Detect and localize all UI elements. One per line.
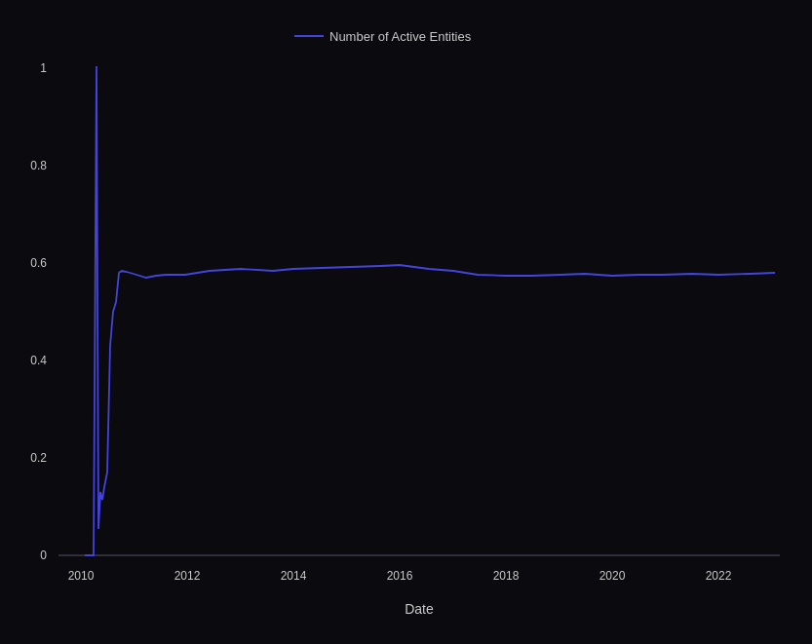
chart-container: Number of Active Entities 0 0.2 0.4 0.6 … bbox=[0, 0, 812, 644]
y-tick-06: 0.6 bbox=[30, 256, 47, 270]
chart-title: Number of Active Entities bbox=[329, 29, 472, 44]
x-tick-2010: 2010 bbox=[68, 569, 95, 583]
y-tick-1: 1 bbox=[40, 61, 47, 75]
chart-svg: Number of Active Entities 0 0.2 0.4 0.6 … bbox=[0, 0, 812, 644]
x-tick-2022: 2022 bbox=[706, 569, 732, 583]
x-tick-2012: 2012 bbox=[174, 569, 201, 583]
y-tick-08: 0.8 bbox=[30, 159, 47, 172]
y-tick-04: 0.4 bbox=[30, 354, 47, 367]
y-tick-02: 0.2 bbox=[30, 451, 47, 465]
x-tick-2016: 2016 bbox=[387, 569, 413, 583]
x-tick-2018: 2018 bbox=[493, 569, 520, 583]
y-tick-0: 0 bbox=[40, 549, 47, 562]
x-axis-label: Date bbox=[405, 601, 434, 617]
svg-rect-0 bbox=[0, 0, 812, 644]
x-tick-2014: 2014 bbox=[281, 569, 307, 583]
x-tick-2020: 2020 bbox=[599, 569, 626, 583]
